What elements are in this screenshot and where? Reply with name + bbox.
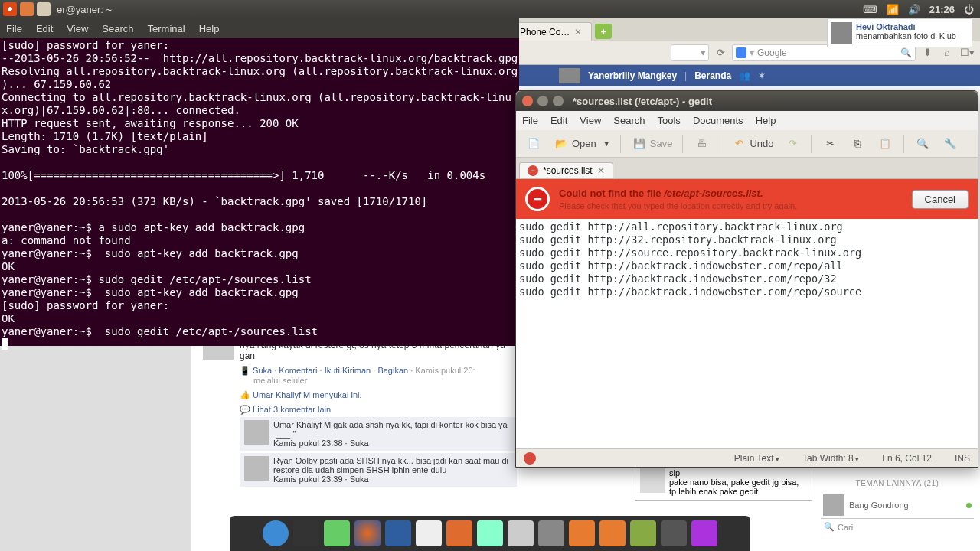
menu-help[interactable]: Help [199,22,220,35]
power-icon[interactable]: ⏻ [964,4,974,15]
thunderbird-icon[interactable] [385,520,411,546]
gedit-window[interactable]: *sources.list (/etc/apt-) - gedit File E… [515,90,978,468]
error-icon: − [528,165,538,176]
replace-button[interactable]: 🔧 [939,133,962,155]
avatar [831,22,852,44]
close-icon[interactable]: ✕ [574,27,585,37]
terminal-icon[interactable] [293,520,319,546]
menu-documents[interactable]: Documents [693,115,743,126]
terminal-window[interactable]: File Edit View Search Terminal Help [sud… [0,18,519,346]
ubuntu-icon[interactable] [3,2,17,16]
buddy-name: Bang Gondrong [849,500,909,510]
cut-icon: ✂ [822,135,838,152]
firefox-icon[interactable] [354,520,381,546]
app-icon[interactable] [416,520,442,546]
menu-file[interactable]: File [6,22,22,35]
close-icon[interactable] [522,96,533,106]
open-button[interactable]: 📂Open▼ [550,133,613,155]
browser-tab[interactable]: Phone Co… ✕ [513,22,592,41]
comment-author[interactable]: Umar Khaliyf M [273,420,331,429]
maximize-icon[interactable] [553,96,564,106]
gedit-title-text: *sources.list (/etc/apt-) - gedit [573,96,712,107]
friends-icon[interactable]: 👥 [739,70,750,81]
copy-icon: ⎘ [849,135,866,152]
search-icon[interactable]: 🔍 [900,47,912,58]
menu-tools[interactable]: Tools [658,115,681,126]
clock[interactable]: 21:26 [929,4,955,15]
menu-view[interactable]: View [580,115,601,126]
folder-icon[interactable] [569,520,595,546]
more-comments-link[interactable]: 💬 Lihat 3 komentar lain [240,403,517,417]
chat-window[interactable]: sip pake nano bisa, pake gedit jg bisa, … [635,463,812,501]
avatar[interactable] [244,456,269,481]
avatar [559,68,580,83]
find-button[interactable]: 🔍 [911,133,934,155]
error-title: Could not find the file [559,187,664,199]
error-icon: − [525,187,550,211]
follow-link[interactable]: Ikuti Kiriman [325,366,371,375]
like-link[interactable]: Suka [253,366,272,375]
url-bar-end[interactable]: ▾ [671,44,709,61]
accessibility-icon[interactable] [263,520,289,546]
app-icon[interactable] [37,2,51,16]
menu-search[interactable]: Search [102,22,133,35]
menu-search[interactable]: Search [613,115,645,126]
settings-icon[interactable]: ✶ [758,70,766,81]
comment: Ryan Qolby pasti ada SHSH nya kk... bisa… [240,453,517,487]
notification-toast[interactable]: Hevi Oktrahadi menambahkan foto di Klub [827,18,972,47]
app-icon[interactable] [630,520,656,546]
likes-row[interactable]: 👍 Umar Khaliyf M menyukai ini. [240,388,517,403]
comment-link[interactable]: Komentari [279,366,317,375]
save-button[interactable]: 💾Save [628,133,676,155]
new-button[interactable]: 📄 [522,133,545,155]
gedit-toolbar: 📄 📂Open▼ 💾Save 🖶 ↶Undo ↷ ✂ ⎘ 📋 🔍 🔧 [516,130,978,158]
files-icon[interactable] [20,2,34,16]
minimize-icon[interactable] [537,96,548,106]
cancel-button[interactable]: Cancel [912,190,969,209]
folder-open-icon: 📂 [553,135,570,152]
redo-button[interactable]: ↷ [781,133,804,155]
wifi-icon[interactable]: 📶 [887,4,899,15]
cut-button[interactable]: ✂ [818,133,841,155]
comment-author[interactable]: Ryan Qolby [273,456,317,465]
menu-file[interactable]: File [522,115,538,126]
undo-button[interactable]: ↶Undo [727,133,776,155]
fb-home-link[interactable]: Beranda [694,70,731,81]
volume-icon[interactable]: 🔊 [908,4,920,15]
menu-view[interactable]: View [67,22,88,35]
new-tab-button[interactable]: + [595,24,612,39]
replace-icon: 🔧 [942,135,959,152]
menu-help[interactable]: Help [756,115,776,126]
buddy-item[interactable]: Bang Gondrong [821,492,974,518]
paste-button[interactable]: 📋 [874,133,897,155]
calculator-icon[interactable] [508,520,534,546]
document-tab[interactable]: − *sources.list ✕ [519,162,613,178]
chat-search[interactable]: 🔍 Cari [821,518,974,535]
menu-edit[interactable]: Edit [550,115,567,126]
reload-icon[interactable]: ⟳ [712,44,729,61]
language-selector[interactable]: Plain Text [734,453,779,464]
copy-button[interactable]: ⎘ [846,133,869,155]
gedit-icon[interactable] [324,520,350,546]
download-icon[interactable] [599,520,626,546]
thumb-icon: 👍 [240,390,250,399]
share-link[interactable]: Bagikan [377,366,408,375]
editor-textarea[interactable]: sudo gedit http://all.repository.backtra… [516,219,978,448]
dock [230,516,750,551]
avatar [823,494,844,516]
avatar[interactable] [244,420,269,445]
fb-username[interactable]: Yanerbrilly Mangkey [588,70,677,81]
screenshot-icon[interactable] [661,520,687,546]
app-icon[interactable] [538,520,564,546]
gedit-titlebar[interactable]: *sources.list (/etc/apt-) - gedit [516,91,978,111]
files-icon[interactable] [477,520,503,546]
terminal-output[interactable]: [sudo] password for yaner: --2013-05-26 … [0,38,519,354]
app-icon[interactable] [691,520,717,546]
close-icon[interactable]: ✕ [597,165,605,176]
keyboard-icon[interactable]: ⌨ [863,4,877,15]
menu-edit[interactable]: Edit [36,22,53,35]
tabwidth-selector[interactable]: Tab Width: 8 [802,453,859,464]
menu-terminal[interactable]: Terminal [148,22,185,35]
software-center-icon[interactable] [446,520,472,546]
print-button[interactable]: 🖶 [690,133,713,155]
